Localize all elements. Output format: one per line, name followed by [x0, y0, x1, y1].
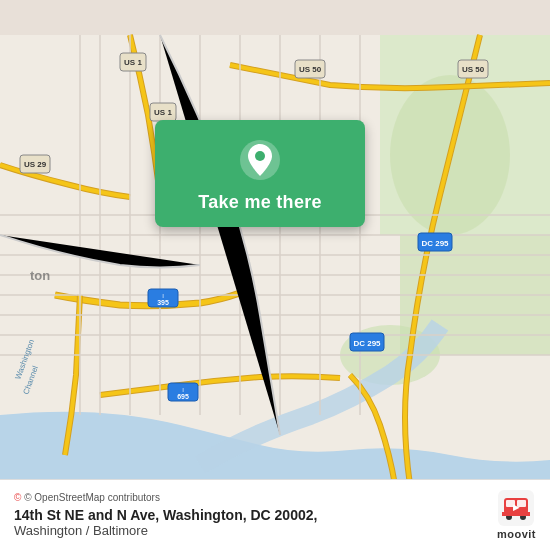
moovit-logo: ▶ moovit	[497, 490, 536, 540]
svg-text:US 1: US 1	[124, 58, 142, 67]
svg-text:ton: ton	[30, 268, 50, 283]
address-line: 14th St NE and N Ave, Washington, DC 200…	[14, 507, 317, 523]
svg-text:▶: ▶	[513, 503, 520, 512]
location-card: Take me there	[155, 120, 365, 227]
location-pin-icon	[238, 138, 282, 182]
svg-text:395: 395	[157, 299, 169, 306]
svg-text:695: 695	[177, 393, 189, 400]
moovit-text: moovit	[497, 528, 536, 540]
svg-text:US 29: US 29	[24, 160, 47, 169]
svg-text:US 50: US 50	[299, 65, 322, 74]
bottom-left-info: © © OpenStreetMap contributors 14th St N…	[14, 492, 317, 538]
moovit-icon: ▶	[498, 490, 534, 526]
osm-icon: ©	[14, 492, 21, 503]
svg-text:US 50: US 50	[462, 65, 485, 74]
map-background: US 1 US 1 US 29 US 50 US 50 I 395 I 695 …	[0, 0, 550, 550]
map-container: US 1 US 1 US 29 US 50 US 50 I 395 I 695 …	[0, 0, 550, 550]
osm-text: © OpenStreetMap contributors	[24, 492, 160, 503]
take-me-there-button[interactable]: Take me there	[198, 192, 322, 213]
svg-text:DC 295: DC 295	[353, 339, 381, 348]
city-line: Washington / Baltimore	[14, 523, 317, 538]
svg-rect-53	[502, 512, 530, 516]
svg-text:US 1: US 1	[154, 108, 172, 117]
bottom-bar: © © OpenStreetMap contributors 14th St N…	[0, 479, 550, 550]
osm-attribution: © © OpenStreetMap contributors	[14, 492, 317, 503]
svg-text:DC 295: DC 295	[421, 239, 449, 248]
svg-point-46	[255, 151, 265, 161]
